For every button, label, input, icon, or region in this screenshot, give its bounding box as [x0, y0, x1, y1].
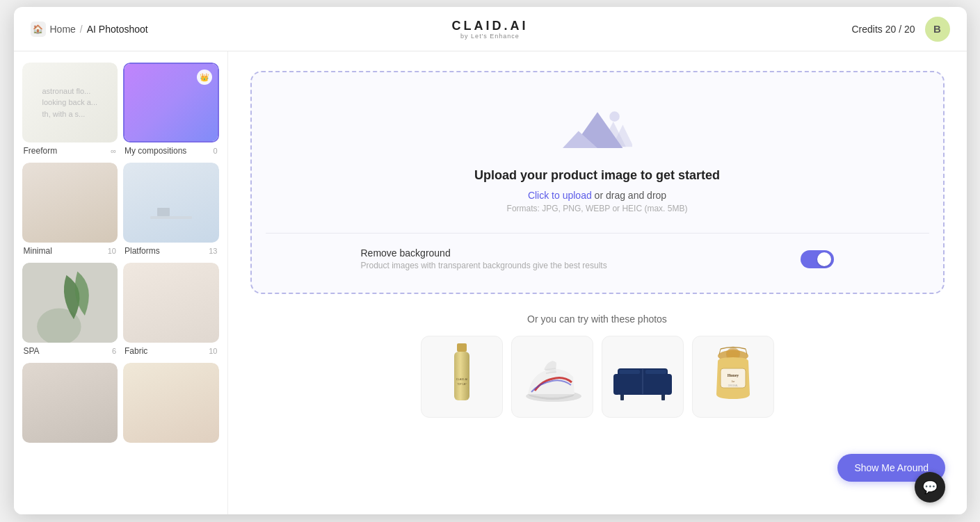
chat-button[interactable]: 💬: [915, 472, 945, 503]
home-link[interactable]: Home: [50, 24, 76, 35]
remove-bg-desc: Product images with transparent backgrou…: [361, 261, 607, 270]
main-content: Upload your product image to get started…: [228, 51, 967, 514]
breadcrumb: 🏠 Home / AI Photoshoot: [31, 22, 148, 37]
avatar[interactable]: B: [925, 17, 950, 42]
sample-photo-honey[interactable]: Honey Jar ORIGINAL: [692, 336, 774, 418]
upload-illustration: [563, 100, 632, 156]
honey-jar-icon: Honey Jar ORIGINAL: [705, 342, 761, 411]
sidebar-label-compositions: My compositions: [124, 146, 186, 156]
header-right: Credits 20 / 20 B: [851, 17, 949, 42]
svg-text:CLAID.AI: CLAID.AI: [456, 377, 467, 381]
svg-rect-10: [454, 352, 469, 400]
svg-text:ORIGINAL: ORIGINAL: [728, 384, 738, 387]
upload-title: Upload your product image to get started: [474, 168, 720, 183]
sample-photos-title: Or you can try with these photos: [250, 313, 945, 325]
svg-rect-22: [665, 374, 672, 395]
app-body: astronaut flo...looking back a...th, wit…: [14, 51, 967, 514]
crown-icon: 👑: [197, 70, 212, 85]
svg-rect-9: [457, 343, 467, 352]
remove-bg-toggle[interactable]: [801, 250, 834, 268]
upload-zone[interactable]: Upload your product image to get started…: [250, 71, 945, 294]
sidebar-item-extra1[interactable]: [22, 363, 118, 448]
sidebar-label-platforms: Platforms: [124, 246, 160, 256]
sidebar-label-spa: SPA: [24, 346, 40, 356]
svg-point-8: [609, 111, 620, 122]
sidebar-label-fabric: Fabric: [124, 346, 147, 356]
sample-photos-grid: CLAID.AI TOP CAP: [250, 336, 945, 418]
svg-rect-1: [157, 208, 170, 216]
bottle-product-icon: CLAID.AI TOP CAP: [444, 342, 479, 411]
sidebar-item-minimal[interactable]: Minimal 10: [22, 163, 118, 257]
mountain-icon: [563, 100, 632, 156]
logo-text: CLAID.AI: [452, 19, 529, 33]
sidebar-count-minimal: 10: [108, 247, 116, 255]
sidebar-count-compositions: 0: [213, 147, 217, 155]
drag-label: or drag and drop: [592, 190, 666, 201]
sidebar-count-freeform: ∞: [111, 147, 116, 155]
svg-text:TOP CAP: TOP CAP: [457, 383, 466, 386]
page-title: AI Photoshoot: [87, 24, 148, 35]
sidebar-item-platforms[interactable]: Platforms 13: [123, 163, 219, 257]
breadcrumb-separator: /: [80, 24, 83, 35]
sidebar-count-fabric: 10: [209, 347, 217, 355]
sidebar-grid: astronaut flo...looking back a...th, wit…: [22, 63, 219, 448]
sneaker-product-icon: [517, 349, 587, 405]
sidebar-item-spa[interactable]: SPA 6: [22, 263, 118, 357]
sidebar-item-my-compositions[interactable]: 👑 My compositions 0: [123, 63, 219, 157]
spa-preview-icon: [22, 263, 118, 343]
upload-subtitle: Click to upload or drag and drop: [528, 190, 666, 201]
sample-photo-sofa[interactable]: [602, 336, 684, 418]
credits-display: Credits 20 / 20: [851, 24, 915, 35]
click-to-upload-link[interactable]: Click to upload: [528, 190, 592, 201]
remove-bg-label: Remove background: [361, 247, 607, 259]
app-header: 🏠 Home / AI Photoshoot CLAID.AI by Let's…: [14, 7, 967, 51]
svg-rect-24: [645, 370, 666, 374]
chat-icon: 💬: [922, 480, 938, 495]
sofa-product-icon: [608, 349, 677, 405]
logo: CLAID.AI by Let's Enhance: [452, 19, 529, 40]
platforms-preview-icon: [143, 195, 199, 237]
show-me-around-label: Show Me Around: [854, 462, 929, 473]
remove-background-row: Remove background Product images with tr…: [361, 247, 834, 270]
sidebar-label-minimal: Minimal: [24, 246, 52, 256]
sidebar-count-spa: 6: [112, 347, 116, 355]
sidebar-item-freeform[interactable]: astronaut flo...looking back a...th, wit…: [22, 63, 118, 157]
svg-rect-21: [613, 374, 620, 395]
svg-text:Jar: Jar: [731, 380, 734, 383]
logo-subtitle: by Let's Enhance: [460, 33, 520, 40]
toggle-knob: [817, 252, 831, 266]
svg-rect-23: [619, 370, 640, 374]
divider: [266, 233, 929, 234]
remove-bg-info: Remove background Product images with tr…: [361, 247, 607, 270]
sidebar-item-fabric[interactable]: Fabric 10: [123, 263, 219, 357]
sidebar-label-freeform: Freeform: [24, 146, 58, 156]
sidebar-item-extra2[interactable]: [123, 363, 219, 448]
sample-photo-bottle[interactable]: CLAID.AI TOP CAP: [421, 336, 503, 418]
upload-formats: Formats: JPG, PNG, WEBP or HEIC (max. 5M…: [507, 204, 688, 213]
home-icon[interactable]: 🏠: [31, 22, 46, 37]
sidebar-count-platforms: 13: [209, 247, 217, 255]
sample-photo-sneaker[interactable]: [511, 336, 593, 418]
sidebar: astronaut flo...looking back a...th, wit…: [14, 51, 228, 514]
svg-rect-0: [150, 216, 192, 219]
svg-text:Honey: Honey: [727, 373, 739, 377]
